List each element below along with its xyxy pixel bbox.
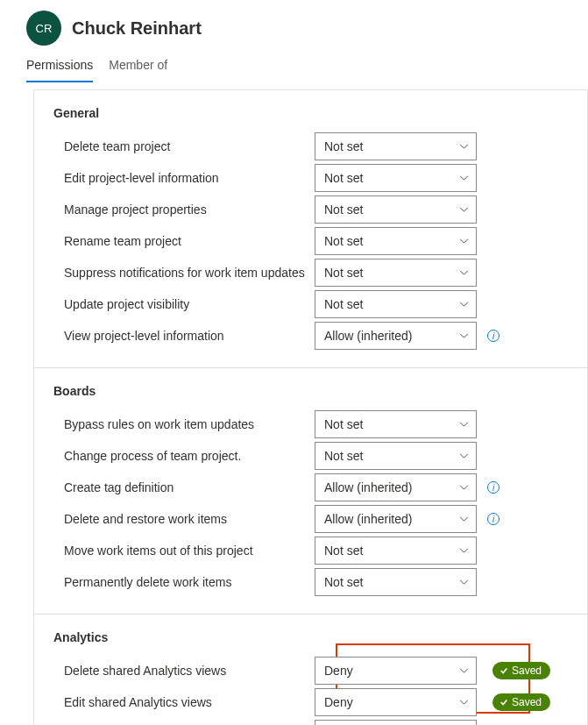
permission-value: Not set — [324, 266, 363, 280]
permission-select[interactable]: Not set — [315, 227, 477, 255]
section: GeneralDelete team projectNot setEdit pr… — [34, 90, 587, 352]
permission-value: Not set — [324, 171, 363, 185]
permission-row: Move work items out of this projectNot s… — [53, 535, 568, 566]
chevron-down-icon — [459, 579, 469, 585]
permission-select[interactable]: Not set — [315, 259, 477, 287]
permission-value: Not set — [324, 234, 363, 248]
chevron-down-icon — [459, 548, 469, 553]
user-header: CR Chuck Reinhart — [0, 0, 588, 46]
tab-member-of[interactable]: Member of — [109, 58, 167, 82]
permission-label: Delete team project — [53, 139, 315, 153]
permission-value: Not set — [324, 139, 363, 153]
permission-label: Rename team project — [53, 234, 315, 248]
chevron-down-icon — [459, 668, 469, 673]
permission-label: Edit shared Analytics views — [53, 695, 315, 709]
info-icon[interactable]: i — [487, 481, 499, 494]
chevron-down-icon — [459, 144, 469, 149]
info-icon[interactable]: i — [487, 513, 499, 525]
permission-row: View analyticsAllow (inherited)i — [53, 718, 568, 725]
chevron-down-icon — [459, 270, 469, 275]
permission-label: View project-level information — [53, 329, 315, 343]
permission-value: Not set — [324, 449, 363, 463]
permission-row: Update project visibilityNot set — [53, 288, 568, 320]
permission-select[interactable]: Allow (inherited) — [315, 473, 477, 501]
permission-label: Change process of team project. — [53, 449, 315, 463]
permission-row: Delete and restore work itemsAllow (inhe… — [53, 503, 568, 535]
permission-value: Allow (inherited) — [324, 480, 412, 494]
chevron-down-icon — [459, 700, 469, 705]
permission-value: Not set — [324, 297, 363, 311]
permission-select[interactable]: Not set — [315, 132, 477, 160]
section: AnalyticsDelete shared Analytics viewsDe… — [34, 615, 587, 725]
permission-value: Allow (inherited) — [324, 512, 412, 526]
permission-value: Not set — [324, 544, 363, 558]
check-icon — [499, 666, 508, 675]
permission-row: Permanently delete work itemsNot set — [53, 566, 568, 598]
permission-select[interactable]: Deny — [315, 688, 477, 716]
section-title: General — [53, 106, 568, 120]
chevron-down-icon — [459, 453, 469, 458]
permission-row: Delete team projectNot set — [53, 131, 568, 162]
tab-permissions[interactable]: Permissions — [26, 58, 93, 82]
permission-select[interactable]: Allow (inherited) — [315, 720, 477, 725]
chevron-down-icon — [459, 333, 469, 338]
saved-badge: Saved — [492, 662, 550, 679]
permissions-panel: GeneralDelete team projectNot setEdit pr… — [33, 89, 588, 725]
section-title: Boards — [53, 384, 568, 398]
section: BoardsBypass rules on work item updatesN… — [34, 368, 587, 598]
permission-row: Edit shared Analytics viewsDeny Saved — [53, 686, 568, 718]
chevron-down-icon — [459, 422, 469, 427]
chevron-down-icon — [459, 175, 469, 181]
permission-value: Not set — [324, 203, 363, 217]
permission-label: Permanently delete work items — [53, 575, 315, 589]
chevron-down-icon — [459, 238, 469, 244]
permission-select[interactable]: Not set — [315, 442, 477, 470]
permission-row: Create tag definitionAllow (inherited)i — [53, 472, 568, 503]
permission-value: Not set — [324, 575, 363, 589]
permission-label: Edit project-level information — [53, 171, 315, 185]
permission-label: Update project visibility — [53, 297, 315, 311]
permission-select[interactable]: Not set — [315, 195, 477, 224]
permission-label: Manage project properties — [53, 203, 315, 217]
permission-row: View project-level informationAllow (inh… — [53, 320, 568, 352]
permission-select[interactable]: Allow (inherited) — [315, 322, 477, 350]
chevron-down-icon — [459, 302, 469, 307]
permission-label: Suppress notifications for work item upd… — [53, 266, 315, 280]
permission-row: Rename team projectNot set — [53, 225, 568, 257]
permission-label: Move work items out of this project — [53, 544, 315, 558]
permission-row: Delete shared Analytics viewsDeny Saved — [53, 655, 568, 686]
avatar: CR — [26, 11, 61, 46]
permission-value: Deny — [324, 664, 353, 678]
permission-label: Delete shared Analytics views — [53, 664, 315, 678]
permission-select[interactable]: Allow (inherited) — [315, 505, 477, 533]
permission-row: Change process of team project.Not set — [53, 440, 568, 472]
check-icon — [499, 698, 508, 707]
permission-select[interactable]: Not set — [315, 164, 477, 192]
permission-select[interactable]: Not set — [315, 537, 477, 565]
saved-badge: Saved — [492, 693, 550, 711]
permission-select[interactable]: Not set — [315, 290, 477, 318]
permission-label: Bypass rules on work item updates — [53, 417, 315, 431]
permission-label: Create tag definition — [53, 480, 315, 494]
info-icon[interactable]: i — [487, 330, 499, 342]
chevron-down-icon — [459, 485, 469, 490]
permission-row: Manage project propertiesNot set — [53, 194, 568, 225]
permission-row: Bypass rules on work item updatesNot set — [53, 409, 568, 440]
permission-value: Deny — [324, 695, 353, 709]
permission-row: Suppress notifications for work item upd… — [53, 257, 568, 288]
tab-bar: Permissions Member of — [0, 46, 588, 82]
permission-row: Edit project-level informationNot set — [53, 162, 568, 194]
page-title: Chuck Reinhart — [72, 18, 202, 39]
chevron-down-icon — [459, 516, 469, 522]
permission-select[interactable]: Not set — [315, 410, 477, 438]
permission-label: Delete and restore work items — [53, 512, 315, 526]
permission-value: Not set — [324, 417, 363, 431]
chevron-down-icon — [459, 207, 469, 212]
section-title: Analytics — [53, 630, 568, 644]
permission-select[interactable]: Deny — [315, 657, 477, 685]
permission-value: Allow (inherited) — [324, 329, 412, 343]
permission-select[interactable]: Not set — [315, 568, 477, 596]
